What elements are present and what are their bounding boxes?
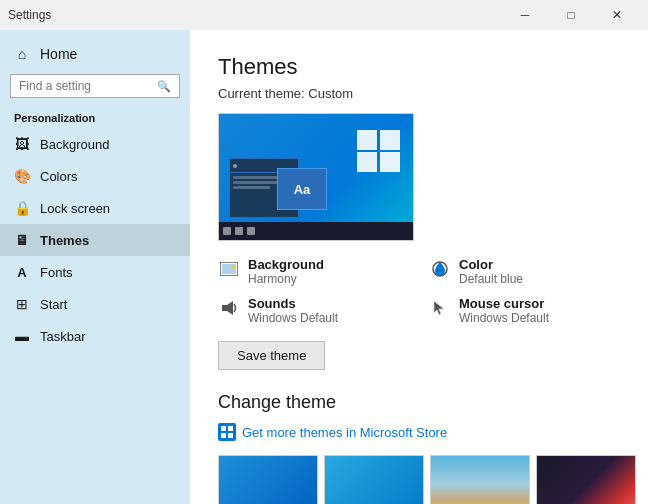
win-line	[233, 181, 283, 184]
window-title: Settings	[8, 8, 51, 22]
color-info-text: Color Default blue	[459, 257, 523, 286]
title-bar: Settings ─ □ ✕	[0, 0, 648, 30]
search-box[interactable]: 🔍	[10, 74, 180, 98]
change-theme-title: Change theme	[218, 392, 620, 413]
win-dot	[233, 164, 237, 168]
sidebar: ⌂ Home 🔍 Personalization 🖼 Background 🎨 …	[0, 30, 190, 504]
sidebar-item-themes[interactable]: 🖥 Themes	[0, 224, 190, 256]
window-controls: ─ □ ✕	[502, 0, 640, 30]
taskbar-dot	[223, 227, 231, 235]
svg-rect-10	[228, 433, 233, 438]
home-icon: ⌂	[14, 46, 30, 62]
sidebar-item-start[interactable]: ⊞ Start	[0, 288, 190, 320]
current-theme-label: Current theme: Custom	[218, 86, 620, 101]
sidebar-item-label: Background	[40, 137, 109, 152]
minimize-button[interactable]: ─	[502, 0, 548, 30]
taskbar-icon: ▬	[14, 328, 30, 344]
taskbar-dot	[235, 227, 243, 235]
windows-logo	[357, 130, 401, 174]
svg-rect-7	[221, 426, 226, 431]
lockscreen-icon: 🔒	[14, 200, 30, 216]
fonts-icon: A	[14, 264, 30, 280]
sidebar-item-background[interactable]: 🖼 Background	[0, 128, 190, 160]
theme-info-background[interactable]: Background Harmony	[218, 257, 409, 286]
colors-icon: 🎨	[14, 168, 30, 184]
theme-thumbnails	[218, 455, 620, 504]
background-info-icon	[218, 258, 240, 280]
theme-info-color[interactable]: Color Default blue	[429, 257, 620, 286]
win-logo-square-1	[357, 130, 377, 150]
sidebar-item-taskbar[interactable]: ▬ Taskbar	[0, 320, 190, 352]
taskbar-dot	[247, 227, 255, 235]
win-logo-square-2	[380, 130, 400, 150]
sounds-info-icon	[218, 297, 240, 319]
theme-info-grid: Background Harmony Color Default blue	[218, 257, 620, 325]
main-layout: ⌂ Home 🔍 Personalization 🖼 Background 🎨 …	[0, 30, 648, 504]
sidebar-item-label: Taskbar	[40, 329, 86, 344]
maximize-button[interactable]: □	[548, 0, 594, 30]
themes-icon: 🖥	[14, 232, 30, 248]
sounds-info-value: Windows Default	[248, 311, 338, 325]
sidebar-item-lockscreen[interactable]: 🔒 Lock screen	[0, 192, 190, 224]
ms-store-label: Get more themes in Microsoft Store	[242, 425, 447, 440]
color-info-value: Default blue	[459, 272, 523, 286]
ms-store-icon	[218, 423, 236, 441]
sidebar-item-label: Lock screen	[40, 201, 110, 216]
theme-info-sounds[interactable]: Sounds Windows Default	[218, 296, 409, 325]
sounds-info-name: Sounds	[248, 296, 338, 311]
background-info-value: Harmony	[248, 272, 324, 286]
close-button[interactable]: ✕	[594, 0, 640, 30]
sidebar-item-label: Fonts	[40, 265, 73, 280]
start-icon: ⊞	[14, 296, 30, 312]
sidebar-item-colors[interactable]: 🎨 Colors	[0, 160, 190, 192]
mousecursor-info-value: Windows Default	[459, 311, 549, 325]
win-logo-square-3	[357, 152, 377, 172]
svg-point-2	[231, 265, 235, 269]
page-title: Themes	[218, 54, 620, 80]
theme-thumb-2[interactable]	[324, 455, 424, 504]
theme-thumb-1[interactable]	[218, 455, 318, 504]
sidebar-section-label: Personalization	[0, 106, 190, 128]
search-icon: 🔍	[157, 80, 171, 93]
theme-info-mousecursor[interactable]: Mouse cursor Windows Default	[429, 296, 620, 325]
search-input[interactable]	[19, 79, 157, 93]
preview-taskbar	[219, 222, 413, 240]
svg-marker-6	[434, 301, 444, 315]
win-line	[233, 186, 270, 189]
sidebar-home-item[interactable]: ⌂ Home	[0, 38, 190, 70]
theme-thumb-3[interactable]	[430, 455, 530, 504]
aa-text: Aa	[294, 182, 311, 197]
aa-box: Aa	[277, 168, 327, 210]
background-info-text: Background Harmony	[248, 257, 324, 286]
sounds-info-text: Sounds Windows Default	[248, 296, 338, 325]
sidebar-item-label: Themes	[40, 233, 89, 248]
color-info-name: Color	[459, 257, 523, 272]
svg-marker-5	[227, 301, 233, 315]
svg-rect-8	[228, 426, 233, 431]
svg-rect-4	[222, 305, 227, 311]
mousecursor-info-name: Mouse cursor	[459, 296, 549, 311]
sidebar-item-label: Start	[40, 297, 67, 312]
mousecursor-info-icon	[429, 297, 451, 319]
sidebar-item-label: Colors	[40, 169, 78, 184]
mousecursor-info-text: Mouse cursor Windows Default	[459, 296, 549, 325]
win-logo-square-4	[380, 152, 400, 172]
background-icon: 🖼	[14, 136, 30, 152]
ms-store-link[interactable]: Get more themes in Microsoft Store	[218, 423, 620, 441]
svg-rect-9	[221, 433, 226, 438]
sidebar-home-label: Home	[40, 46, 77, 62]
content-area: Themes Current theme: Custom	[190, 30, 648, 504]
theme-preview: Aa	[218, 113, 414, 241]
color-info-icon	[429, 258, 451, 280]
background-info-name: Background	[248, 257, 324, 272]
sidebar-item-fonts[interactable]: A Fonts	[0, 256, 190, 288]
save-theme-button[interactable]: Save theme	[218, 341, 325, 370]
theme-thumb-4[interactable]	[536, 455, 636, 504]
